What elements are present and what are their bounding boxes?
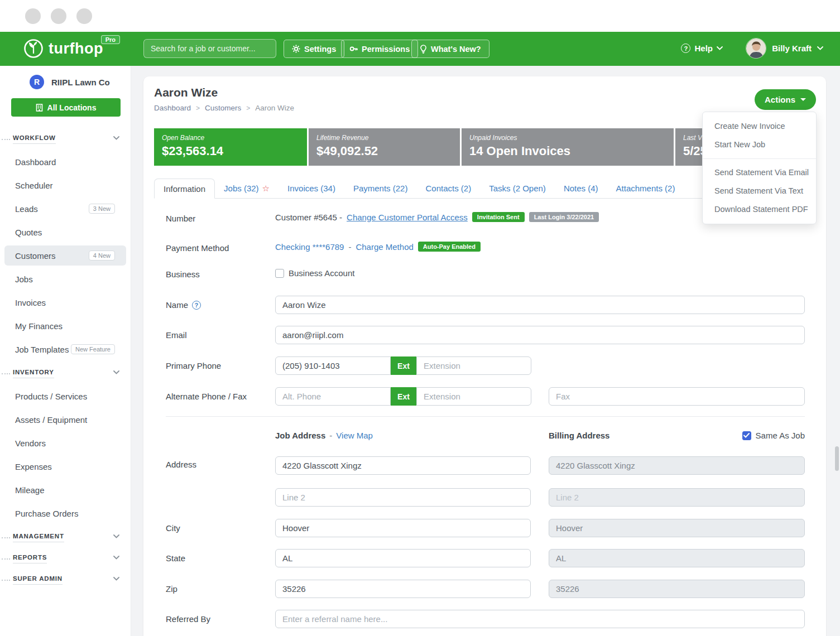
sidebar-item-job-templates[interactable]: Job Templates New Feature — [0, 338, 131, 361]
business-row: Business Account — [275, 268, 354, 278]
help-icon: ? — [681, 44, 690, 53]
zip-label: Zip — [166, 584, 177, 594]
tab-invoices[interactable]: Invoices (34) — [279, 179, 344, 198]
menu-item-start-new-job[interactable]: Start New Job — [703, 136, 816, 154]
all-locations-button[interactable]: All Locations — [11, 98, 121, 117]
state-label: State — [166, 553, 185, 563]
section-title: MANAGEMENT — [13, 533, 64, 542]
section-workflow[interactable]: WORKFLOW — [0, 134, 119, 148]
job-zip-input[interactable] — [275, 580, 531, 598]
same-as-job-label: Same As Job — [756, 431, 805, 440]
sidebar-item-scheduler[interactable]: Scheduler — [0, 174, 131, 197]
caret-down-icon — [800, 98, 806, 101]
star-icon: ☆ — [262, 184, 270, 194]
tab-information[interactable]: Information — [154, 179, 215, 199]
primary-phone-input[interactable] — [275, 356, 391, 375]
section-title: WORKFLOW — [13, 134, 56, 144]
breadcrumb-separator: > — [196, 104, 200, 112]
section-management[interactable]: MANAGEMENT — [0, 533, 119, 546]
business-label: Business — [166, 269, 200, 279]
stat-open-balance: Open Balance $23,563.14 — [154, 128, 307, 166]
company-account[interactable]: R RIIPL Lawn Co — [0, 74, 131, 90]
email-input[interactable] — [275, 326, 805, 344]
tab-tasks[interactable]: Tasks (2 Open) — [480, 179, 555, 198]
job-city-input[interactable] — [275, 519, 531, 537]
sidebar-item-leads[interactable]: Leads 3 New — [0, 197, 131, 220]
help-label: Help — [694, 44, 713, 53]
section-super-admin[interactable]: SUPER ADMIN — [0, 575, 119, 589]
whats-new-button[interactable]: What's New? — [411, 40, 489, 58]
stat-value: $23,563.14 — [162, 144, 299, 158]
sidebar-item-assets-equipment[interactable]: Assets / Equipment — [0, 408, 131, 431]
sidebar-item-dashboard[interactable]: Dashboard — [0, 150, 131, 174]
sidebar-item-mileage[interactable]: Mileage — [0, 478, 131, 502]
change-portal-access-link[interactable]: Change Customer Portal Access — [347, 213, 468, 222]
menu-item-create-new-invoice[interactable]: Create New Invoice — [703, 117, 816, 136]
menu-item-download-statement-pdf[interactable]: Download Statement PDF — [703, 200, 816, 219]
sidebar-item-expenses[interactable]: Expenses — [0, 455, 131, 478]
search-input[interactable] — [143, 39, 276, 58]
menu-divider — [703, 158, 816, 159]
alt-phone-extension-input[interactable] — [416, 387, 531, 406]
job-address-line2-input[interactable] — [275, 488, 531, 507]
menu-item-send-statement-text[interactable]: Send Statement Via Text — [703, 182, 816, 200]
address-label: Address — [166, 460, 196, 469]
section-inventory[interactable]: INVENTORY — [0, 369, 119, 382]
tab-label: Tasks (2 Open) — [489, 184, 546, 193]
leaf-logo-icon — [23, 38, 44, 59]
name-input[interactable] — [275, 296, 805, 314]
tab-payments[interactable]: Payments (22) — [344, 179, 417, 198]
sidebar-item-quotes[interactable]: Quotes — [0, 220, 131, 244]
tab-notes[interactable]: Notes (4) — [555, 179, 607, 198]
job-address-input[interactable] — [275, 456, 531, 475]
billing-city-input — [549, 519, 805, 537]
sidebar-item-customers[interactable]: Customers 4 New — [4, 245, 126, 266]
same-as-job-checkbox[interactable] — [742, 431, 751, 440]
actions-button[interactable]: Actions — [755, 89, 816, 110]
primary-phone-extension-input[interactable] — [416, 356, 531, 375]
permissions-button[interactable]: Permissions — [341, 40, 418, 58]
section-reports[interactable]: REPORTS — [0, 554, 119, 567]
breadcrumb-customers[interactable]: Customers — [205, 104, 241, 112]
sidebar-item-label: Scheduler — [15, 181, 53, 190]
referred-by-input[interactable] — [275, 610, 805, 628]
email-label: Email — [166, 330, 187, 340]
autopay-badge: Auto-Pay Enabled — [418, 242, 481, 252]
sidebar-item-jobs[interactable]: Jobs — [0, 267, 131, 291]
new-feature-badge: New Feature — [71, 344, 115, 354]
sidebar-item-label: My Finances — [15, 321, 63, 331]
alt-phone-input[interactable] — [275, 387, 391, 406]
new-count-badge: 4 New — [89, 250, 115, 261]
sidebar-item-invoices[interactable]: Invoices — [0, 291, 131, 314]
charge-method-link[interactable]: Charge Method — [356, 242, 413, 252]
settings-button[interactable]: Settings — [284, 40, 344, 58]
name-help-icon[interactable]: ? — [192, 301, 201, 310]
tab-attachments[interactable]: Attachments (2) — [607, 179, 684, 198]
tab-contacts[interactable]: Contacts (2) — [416, 179, 480, 198]
menu-item-send-statement-email[interactable]: Send Statement Via Email — [703, 163, 816, 182]
help-menu[interactable]: ? Help — [681, 44, 723, 53]
lightbulb-icon — [420, 45, 427, 54]
sidebar-item-vendors[interactable]: Vendors — [0, 431, 131, 455]
customer-form: Number Customer #5645 - Change Customer … — [143, 198, 826, 636]
business-account-checkbox[interactable] — [275, 269, 284, 278]
tab-jobs[interactable]: Jobs (32) ☆ — [215, 179, 279, 198]
last-login-badge: Last Login 3/22/2021 — [529, 212, 599, 222]
payment-method-link[interactable]: Checking ****6789 — [275, 242, 344, 252]
fax-input[interactable] — [549, 387, 805, 406]
sidebar-item-my-finances[interactable]: My Finances — [0, 314, 131, 338]
stat-value: 14 Open Invoices — [469, 144, 666, 158]
breadcrumb-dashboard[interactable]: Dashboard — [154, 104, 191, 112]
job-state-input[interactable] — [275, 549, 531, 567]
sidebar-item-label: Job Templates — [15, 345, 69, 354]
tab-label: Contacts (2) — [425, 184, 471, 193]
view-map-link[interactable]: View Map — [336, 431, 373, 440]
sidebar-item-products-services[interactable]: Products / Services — [0, 384, 131, 408]
user-menu[interactable]: Billy Kraft — [746, 38, 823, 59]
sidebar-item-purchase-orders[interactable]: Purchase Orders — [0, 502, 131, 525]
ext-label: Ext — [391, 356, 416, 375]
primary-phone-label: Primary Phone — [166, 361, 221, 370]
chevron-down-icon — [717, 46, 723, 50]
key-icon — [349, 45, 358, 53]
scrollbar-thumb[interactable] — [835, 446, 839, 471]
